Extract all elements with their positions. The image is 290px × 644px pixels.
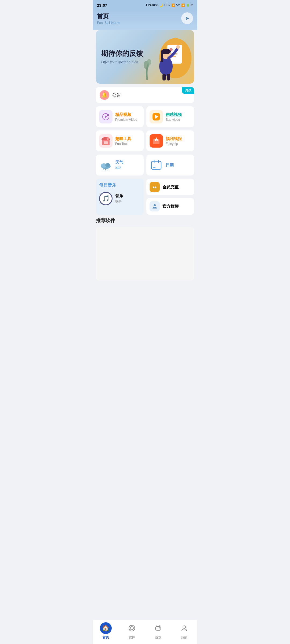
weather-text: 天气 地区 — [115, 160, 123, 170]
header-text: 首页 Fun Software — [97, 12, 120, 25]
signal2-icon: 📶 — [181, 3, 185, 7]
status-bar: 23:07 1.24 KB/s 🌙 HD2 📶 5G 📶 🔋82 — [93, 0, 197, 10]
premium-video-subtitle: Premium Video — [115, 118, 137, 122]
fun-tool-icon: ↻ — [99, 134, 113, 148]
svg-line-29 — [103, 169, 103, 170]
fun-tool-text: 趣味工具 Fun Tool — [115, 136, 131, 146]
weather-subtitle: 地区 — [115, 166, 123, 170]
recommend-title: 推荐软件 — [96, 217, 194, 224]
status-icons: 1.24 KB/s 🌙 HD2 📶 5G 📶 🔋82 — [146, 3, 193, 7]
svg-rect-32 — [151, 161, 161, 169]
recommend-placeholder — [96, 227, 194, 281]
signal-icon: 📶 — [171, 3, 175, 7]
grid-item-premium-video[interactable]: 精品视频 Premium Video — [96, 106, 144, 127]
svg-point-13 — [147, 59, 151, 65]
group-chat-item[interactable]: 官方群聊 — [146, 198, 194, 215]
welfare-text: 福利线报 Foley tip — [166, 136, 182, 146]
grid-item-calendar[interactable]: 日期 — [146, 155, 194, 175]
fun-tool-subtitle: Fun Tool — [115, 142, 131, 146]
debug-badge[interactable]: 调试 — [182, 87, 194, 94]
send-button[interactable]: ➤ — [181, 12, 193, 24]
vip-icon — [150, 182, 160, 192]
calendar-text: 日期 — [166, 163, 174, 168]
svg-line-31 — [108, 169, 108, 170]
svg-rect-8 — [161, 52, 163, 62]
music-track-item[interactable]: 🎵 音乐 歌手 — [99, 192, 140, 205]
welfare-icon — [150, 134, 163, 148]
music-note-icon: 🎵 — [99, 192, 113, 205]
banner-svg — [143, 31, 191, 82]
svg-text:↻: ↻ — [107, 138, 108, 140]
svg-marker-15 — [105, 115, 107, 118]
group-chat-title: 官方群聊 — [162, 204, 179, 209]
header: 首页 Fun Software ➤ — [93, 10, 197, 30]
grid-item-weather[interactable]: 天气 地区 — [96, 155, 144, 175]
banner[interactable]: 期待你的反馈 Offer your great opinion — [96, 30, 194, 84]
sad-video-text: 伤感视频 Sad video — [166, 112, 182, 122]
grid-section-row3: 天气 地区 日期 — [96, 155, 194, 175]
premium-video-title: 精品视频 — [115, 112, 137, 117]
fun-tool-title: 趣味工具 — [115, 136, 131, 141]
grid-item-fun-tool[interactable]: ↻ 趣味工具 Fun Tool — [96, 130, 144, 151]
announcement-text: 公告 — [112, 92, 121, 98]
5g-badge: 5G — [176, 3, 180, 7]
banner-text: 期待你的反馈 Offer your great opinion — [101, 49, 143, 64]
vip-recharge-item[interactable]: 会员充值 — [146, 179, 194, 195]
svg-rect-22 — [104, 141, 108, 144]
calendar-title: 日期 — [166, 163, 174, 168]
music-panel: 每日音乐 🎵 音乐 歌手 — [96, 179, 144, 215]
svg-line-30 — [105, 169, 106, 170]
send-icon: ➤ — [185, 15, 190, 21]
music-section-title: 每日音乐 — [99, 182, 140, 188]
status-time: 23:07 — [97, 3, 107, 8]
svg-rect-11 — [167, 74, 170, 80]
music-track-artist: 歌手 — [115, 199, 123, 204]
grid-item-sad-video[interactable]: 伤感视频 Sad video — [146, 106, 194, 127]
weather-title: 天气 — [115, 160, 123, 165]
banner-main-title: 期待你的反馈 — [101, 49, 143, 58]
recommend-section: 推荐软件 — [96, 217, 194, 281]
network-speed: 1.24 KB/s — [146, 3, 158, 7]
sad-video-title: 伤感视频 — [166, 112, 182, 117]
svg-point-28 — [105, 163, 110, 167]
grid-section-row2: ↻ 趣味工具 Fun Tool 福利线报 Foley tip — [96, 130, 194, 151]
page-subtitle: Fun Software — [97, 21, 120, 25]
battery-icon: 🔋82 — [186, 3, 193, 7]
sad-video-icon — [150, 110, 163, 123]
vip-title: 会员充值 — [162, 185, 179, 190]
svg-rect-10 — [162, 74, 166, 80]
welfare-title: 福利线报 — [166, 136, 182, 141]
hd-badge: HD2 — [164, 3, 170, 7]
banner-sub-title: Offer your great opinion — [101, 60, 143, 64]
calendar-icon — [150, 158, 163, 172]
moon-icon: 🌙 — [160, 3, 163, 7]
music-section: 每日音乐 🎵 音乐 歌手 会员充值 — [96, 179, 194, 215]
bell-icon: 🔔 — [100, 90, 109, 100]
grid-section-row1: 精品视频 Premium Video 伤感视频 Sad video — [96, 106, 194, 127]
welfare-subtitle: Foley tip — [166, 142, 182, 146]
group-chat-icon — [150, 201, 160, 211]
page-title: 首页 — [97, 12, 120, 20]
weather-icon — [99, 158, 113, 172]
sad-video-subtitle: Sad video — [166, 118, 182, 122]
music-track-title: 音乐 — [115, 193, 123, 199]
announcement-bar[interactable]: 🔔 公告 调试 — [96, 87, 194, 103]
premium-video-icon — [99, 110, 113, 123]
grid-item-welfare[interactable]: 福利线报 Foley tip — [146, 130, 194, 151]
banner-illustration — [140, 30, 194, 84]
svg-point-9 — [176, 45, 180, 49]
music-right-panel: 会员充值 官方群聊 — [146, 179, 194, 215]
premium-video-text: 精品视频 Premium Video — [115, 112, 137, 122]
music-track-info: 音乐 歌手 — [115, 193, 123, 204]
svg-point-38 — [154, 204, 156, 206]
